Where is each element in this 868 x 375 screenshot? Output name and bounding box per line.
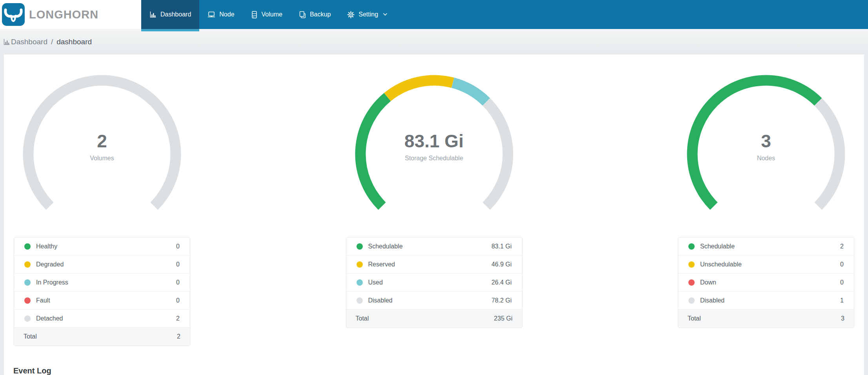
dashboard-page: 2VolumesHealthy0Degraded0In Progress0Fau… xyxy=(4,54,864,375)
status-dot xyxy=(24,261,31,268)
longhorn-logo-icon xyxy=(2,3,25,26)
total-value: 235 Gi xyxy=(494,315,512,322)
breadcrumb: Dashboard / dashboard xyxy=(0,29,868,54)
legend-value: 0 xyxy=(840,261,844,268)
legend-label: Disabled xyxy=(368,297,393,304)
legend-row-used: Used26.4 Gi xyxy=(346,274,522,292)
total-label: Total xyxy=(356,315,369,322)
gauge-chart: 2Volumes xyxy=(20,72,184,210)
legend-total-row: Total2 xyxy=(14,328,190,346)
nav-tab-label: Backup xyxy=(310,11,331,18)
total-value: 2 xyxy=(177,333,180,340)
legend-value: 0 xyxy=(176,261,180,268)
status-dot xyxy=(688,243,695,250)
gauge-columns: 2VolumesHealthy0Degraded0In Progress0Fau… xyxy=(4,72,864,346)
legend-value: 78.2 Gi xyxy=(491,297,512,304)
legend-label: Used xyxy=(368,279,383,286)
legend-label: Healthy xyxy=(36,243,57,250)
nav-tab-volume[interactable]: Volume xyxy=(243,0,291,29)
status-dot xyxy=(24,315,31,322)
bar-chart-icon xyxy=(3,38,10,45)
status-dot xyxy=(24,297,31,304)
nav-tab-label: Dashboard xyxy=(160,11,191,18)
nav-tab-dashboard[interactable]: Dashboard xyxy=(141,0,199,29)
gauge-column-1: 83.1 GiStorage SchedulableSchedulable83.… xyxy=(346,72,522,346)
nav-tab-backup[interactable]: Backup xyxy=(291,0,339,29)
nav-tab-label: Node xyxy=(219,11,234,18)
gauge-segment-disabled xyxy=(486,102,508,206)
status-dot xyxy=(357,243,363,250)
legend-label: Reserved xyxy=(368,261,395,268)
breadcrumb-root[interactable]: Dashboard xyxy=(11,38,47,46)
brand-name: LONGHORN xyxy=(29,8,98,21)
legend-row-down: Down0 xyxy=(678,274,854,292)
gauge-column-0: 2VolumesHealthy0Degraded0In Progress0Fau… xyxy=(14,72,190,346)
gear-icon xyxy=(347,11,355,18)
legend-label: Detached xyxy=(36,315,63,322)
gauge-segment-schedulable xyxy=(692,80,818,206)
legend-value: 0 xyxy=(176,243,180,250)
app-header: LONGHORN DashboardNodeVolumeBackupSettin… xyxy=(0,0,868,29)
breadcrumb-separator: / xyxy=(51,38,53,46)
gauge-column-2: 3NodesSchedulable2Unschedulable0Down0Dis… xyxy=(678,72,854,346)
legend-value: 26.4 Gi xyxy=(491,279,512,286)
legend-value: 0 xyxy=(176,297,180,304)
breadcrumb-current: dashboard xyxy=(56,38,92,46)
bar-chart-icon xyxy=(149,11,156,18)
legend-label: Unschedulable xyxy=(700,261,742,268)
total-label: Total xyxy=(24,333,37,340)
status-dot xyxy=(24,279,31,286)
legend-row-reserved: Reserved46.9 Gi xyxy=(346,255,522,274)
legend-label: Schedulable xyxy=(700,243,735,250)
legend-label: Schedulable xyxy=(368,243,403,250)
status-dot xyxy=(688,297,695,304)
legend-card: Healthy0Degraded0In Progress0Fault0Detac… xyxy=(14,237,190,346)
legend-label: Degraded xyxy=(36,261,64,268)
nav-tab-setting[interactable]: Setting xyxy=(339,0,396,29)
legend-row-fault: Fault0 xyxy=(14,292,190,310)
copy-icon xyxy=(299,11,306,18)
legend-value: 46.9 Gi xyxy=(491,261,512,268)
server-icon xyxy=(251,11,258,18)
nav-tab-node[interactable]: Node xyxy=(199,0,242,29)
gauge-segment-schedulable xyxy=(360,97,387,206)
legend-value: 2 xyxy=(840,243,844,250)
legend-card: Schedulable2Unschedulable0Down0Disabled1… xyxy=(678,237,854,328)
nav-tab-label: Volume xyxy=(262,11,282,18)
laptop-icon xyxy=(207,11,215,18)
status-dot xyxy=(357,297,363,304)
gauge-segment-used xyxy=(453,83,486,102)
legend-label: Down xyxy=(700,279,716,286)
legend-row-schedulable: Schedulable2 xyxy=(678,237,854,255)
status-dot xyxy=(688,261,695,268)
legend-card: Schedulable83.1 GiReserved46.9 GiUsed26.… xyxy=(346,237,522,328)
nav-tab-label: Setting xyxy=(358,11,378,18)
legend-value: 0 xyxy=(840,279,844,286)
gauge-chart: 3Nodes xyxy=(684,72,848,210)
legend-row-disabled: Disabled78.2 Gi xyxy=(346,292,522,310)
legend-label: In Progress xyxy=(36,279,68,286)
legend-value: 2 xyxy=(176,315,180,322)
main-nav: DashboardNodeVolumeBackupSetting xyxy=(141,0,396,29)
legend-row-unschedulable: Unschedulable0 xyxy=(678,255,854,274)
status-dot xyxy=(357,261,363,268)
legend-row-in-progress: In Progress0 xyxy=(14,274,190,292)
legend-value: 83.1 Gi xyxy=(491,243,512,250)
status-dot xyxy=(24,243,31,250)
legend-total-row: Total3 xyxy=(678,310,854,328)
legend-label: Fault xyxy=(36,297,50,304)
legend-row-disabled: Disabled1 xyxy=(678,292,854,310)
status-dot xyxy=(688,279,695,286)
legend-value: 1 xyxy=(840,297,844,304)
legend-row-degraded: Degraded0 xyxy=(14,255,190,274)
gauge-chart: 83.1 GiStorage Schedulable xyxy=(352,72,517,210)
legend-row-healthy: Healthy0 xyxy=(14,237,190,255)
gauge-segment-detached xyxy=(28,80,176,206)
legend-row-detached: Detached2 xyxy=(14,310,190,328)
event-log-title: Event Log xyxy=(13,366,864,375)
legend-total-row: Total235 Gi xyxy=(346,310,522,328)
brand: LONGHORN xyxy=(0,0,141,29)
total-label: Total xyxy=(688,315,701,322)
status-dot xyxy=(357,279,363,286)
chevron-down-icon xyxy=(383,13,388,16)
